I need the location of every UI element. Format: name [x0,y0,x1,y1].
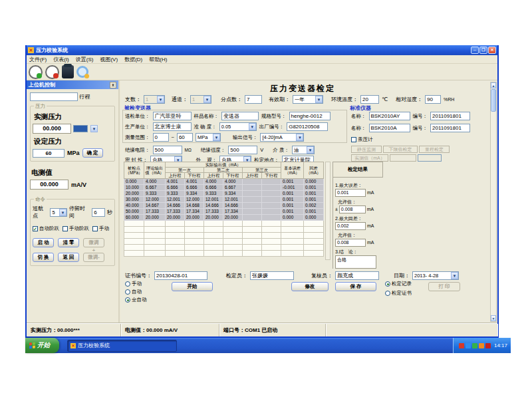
humidity-input[interactable]: 90 [425,95,441,104]
mode-manual-radio[interactable]: 手动 [125,281,142,287]
menu-bar: 文件(F) 仪表(I) 设置(S) 视图(V) 数据(D) 帮助(H) [27,55,497,64]
clock[interactable]: 14:17 [494,342,507,348]
dwell-input[interactable]: 6 [92,208,105,217]
date-select[interactable]: 2013- 4-28▼ [412,271,459,280]
scroll-down-icon[interactable]: ▼ [491,315,496,321]
humidity-unit: %RH [444,97,454,102]
close-button[interactable]: ✕ [488,47,496,54]
table-row[interactable]: 30.00012.00012.00112.00012.00112.0010.00… [124,196,324,202]
menu-view[interactable]: 视图(V) [100,56,118,63]
valve-icon[interactable] [62,65,74,78]
unit-dropdown-arrow[interactable]: ▼ [90,125,98,132]
tray-icon-blue[interactable] [466,343,471,348]
record-radio[interactable]: 检定记录 [385,281,412,287]
allow1-value: 0.008 [339,205,366,213]
range-from-input[interactable]: 0 [153,133,169,142]
tray-icon-shield[interactable] [485,343,491,348]
modify-button[interactable]: 修改 [291,282,329,291]
start-button[interactable]: 启 动 [33,238,54,247]
std-name-1[interactable]: BSK2010AY [369,112,410,120]
save-button[interactable]: 保 存 [335,282,376,291]
app-icon: ✕ [28,47,34,53]
menu-help[interactable]: 帮助(H) [149,56,167,63]
strength-label: 绝缘强度： [201,147,226,154]
std-name-2[interactable]: BSK2010A [369,124,410,132]
medium-select[interactable]: 油▼ [292,146,315,154]
desktop: ✕ 压力校验系统 ─ ❐ ✕ 文件(F) 仪表(I) 设置(S) 视图(V) 数… [25,45,511,353]
range-unit-select[interactable]: MPa▼ [196,133,221,142]
begin-button[interactable]: 开始 [172,282,213,291]
zero-button[interactable]: 清 零 [58,238,79,247]
std-no-1[interactable]: 2011091801 [430,112,470,120]
table-scrollbar[interactable] [325,162,331,260]
title-bar[interactable]: ✕ 压力校验系统 ─ ❐ ✕ [27,45,497,55]
command-group: 命令 巡航点 5▼ 停留时间 6 秒 ✓自动阶跃 手动阶跃 手动 启 动 [30,199,115,266]
start-button[interactable]: 开始 [25,338,59,353]
maker-input[interactable]: 北京博士康 [153,122,192,131]
mode-auto-radio[interactable]: 自动 [125,289,142,295]
points-input[interactable]: 7 [245,95,262,104]
restore-button[interactable]: ❐ [479,47,487,54]
tray-icon-red[interactable] [459,343,464,348]
sample-input[interactable]: 变送器 [221,112,259,120]
chevron-down-icon[interactable]: ▼ [451,272,458,279]
gauge-green-icon[interactable] [29,65,43,79]
table-row[interactable]: 10.0006.6676.6666.6666.6666.667-0.0010.0… [124,184,324,190]
table-row[interactable]: 0.0004.0004.0014.0014.0004.0000.0010.000 [124,178,324,184]
model-input[interactable]: henghe-0012 [289,112,331,120]
travel-input[interactable] [30,92,78,101]
mercury-checkbox[interactable]: 汞压计 [351,136,373,143]
model-label: 规格型号： [261,113,287,120]
maker-label: 生产单位： [125,124,150,130]
menu-settings[interactable]: 设置(S) [76,56,94,63]
manual-step-checkbox[interactable]: 手动阶跃 [63,225,89,232]
accuracy-select[interactable]: 0.05▼ [219,122,257,131]
panel-close-icon[interactable]: x [110,82,116,88]
cert-input[interactable]: 20130428-01 [154,271,207,280]
validity-select[interactable]: 一年▼ [293,95,323,104]
magnifier-icon[interactable] [76,66,88,78]
certificate-radio[interactable]: 检定证书 [385,290,412,297]
menu-data[interactable]: 数据(D) [124,56,142,63]
chevron-down-icon[interactable]: ▼ [59,209,66,216]
sender-input[interactable]: 广汽菲亚特 [153,112,192,120]
menu-instrument[interactable]: 仪表(I) [53,56,69,63]
output-select[interactable]: [4-20]mA▼ [260,133,304,142]
emeter-value: 00.000 [30,180,68,190]
emeter-label: 电测值 [31,168,115,178]
gauge-red-icon[interactable] [45,65,59,79]
verifier-input[interactable]: 张媛媛 [250,271,294,280]
tray-icon-green[interactable] [472,343,477,348]
reviewer-input[interactable]: 颜克成 [335,271,379,280]
scroll-up-icon[interactable]: ▲ [491,82,496,88]
status-emeter: 电测值：00.000 mA/V [121,324,219,336]
cruise-select[interactable]: 5▼ [50,208,67,217]
scroll-thumb[interactable] [491,89,496,112]
main-area: 压力变送器检定 支数： 1▼ 通道： 1▼ 分点数： 7 有效期： 一年▼ 环境… [121,80,497,323]
auto-step-checkbox[interactable]: ✓自动阶跃 [33,225,59,232]
strength-input[interactable]: 500 [228,146,257,154]
serial-input[interactable]: G820120508 [287,122,328,131]
return-button[interactable]: 返 回 [58,253,79,262]
taskbar-task-app[interactable]: ✕ 压力校验系统 [67,340,177,352]
tray-icon-orange[interactable] [479,343,484,348]
result-title: 检定结果 [332,162,383,178]
std-no-2[interactable]: 2011091801 [430,124,470,132]
table-row[interactable]: 60.00020.00020.00020.00020.00020.0000.00… [124,214,324,220]
switch-button[interactable]: 切 换 [33,253,54,262]
minimize-button[interactable]: ─ [471,47,479,54]
chevron-down-icon[interactable]: ▼ [315,96,323,103]
confirm-button[interactable]: 确 定 [82,148,103,158]
table-row[interactable]: 40.00014.66714.66614.66814.66614.6660.00… [124,202,324,208]
table-row[interactable]: 50.00017.33317.33317.33417.33317.3340.00… [124,208,324,214]
unit-selector[interactable] [73,125,88,132]
range-to-input[interactable]: 60 [177,133,193,142]
mode-fullauto-radio[interactable]: 全自动 [125,297,147,303]
menu-file[interactable]: 文件(F) [29,56,47,63]
set-pressure-input[interactable]: 60 [33,149,65,158]
table-row[interactable]: 20.0009.3339.3339.3349.3339.3340.0010.00… [124,190,324,196]
main-scrollbar[interactable]: ▲ ▼ [490,82,497,322]
temp-input[interactable]: 20 [360,95,379,104]
resistance-input[interactable]: 500 [153,146,182,154]
manual-checkbox[interactable]: 手动 [92,225,109,232]
